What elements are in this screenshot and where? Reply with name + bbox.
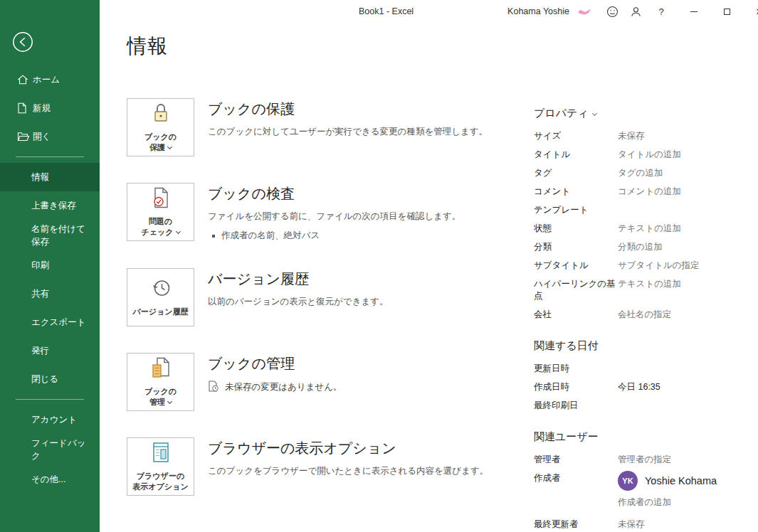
add-title-action[interactable]: タイトルの追加: [618, 149, 681, 161]
close-button[interactable]: ✕: [743, 0, 758, 23]
section-title: ブックの検査: [208, 184, 460, 203]
info-actions-column: ブックの 保護 ブックの保護 このブックに対してユーザーが実行できる変更の種類を…: [127, 98, 534, 532]
sidebar-item-options[interactable]: その他...: [0, 466, 100, 494]
sidebar-item-label: その他...: [31, 473, 66, 486]
section-description: 以前のバージョンの表示と復元ができます。: [208, 296, 389, 308]
add-author-action[interactable]: 作成者の追加: [618, 496, 747, 509]
sidebar-item-label: 共有: [31, 287, 49, 300]
related-dates-heading: 関連する日付: [534, 339, 747, 353]
sidebar-item-export[interactable]: エクスポート: [0, 308, 100, 336]
section-description: このブックをブラウザーで開いたときに表示される内容を選びます。: [208, 465, 488, 477]
sidebar-item-label: 開く: [33, 130, 51, 143]
add-tag-action[interactable]: タグの追加: [618, 167, 663, 179]
browser-view-options-button[interactable]: ブラウザーの 表示オプション: [127, 437, 194, 496]
property-row-size: サイズ 未保存: [534, 130, 747, 142]
date-row-created: 作成日時 今日 16:35: [534, 381, 747, 393]
date-value: 今日 16:35: [618, 381, 660, 393]
sidebar-item-account[interactable]: アカウント: [0, 405, 100, 434]
add-status-action[interactable]: テキストの追加: [618, 223, 681, 235]
sidebar-item-share[interactable]: 共有: [0, 280, 100, 308]
sidebar-item-label: 新規: [33, 102, 51, 115]
maximize-icon: [724, 9, 730, 15]
maximize-button[interactable]: [710, 0, 743, 23]
last-modified-by-value: 未保存: [618, 518, 645, 531]
section-title: ブックの保護: [208, 100, 488, 119]
property-row-subtitle: サブタイトル サブタイトルの指定: [534, 260, 747, 272]
lock-icon: [152, 102, 170, 127]
related-people-heading: 関連ユーザー: [534, 430, 747, 444]
sidebar: ホーム 新規 開く 情報 上書き保存: [0, 0, 100, 532]
minimize-button[interactable]: [678, 0, 710, 23]
version-history-button[interactable]: バージョン履歴: [127, 268, 194, 326]
property-row-template: テンプレート: [534, 204, 747, 216]
date-row-modified: 更新日時: [534, 363, 747, 375]
date-row-last-printed: 最終印刷日: [534, 400, 747, 412]
unsaved-document-icon: [208, 381, 219, 394]
history-clock-icon: [150, 277, 172, 302]
sidebar-item-print[interactable]: 印刷: [0, 251, 100, 280]
page-title: 情報: [127, 33, 747, 60]
add-category-action[interactable]: 分類の追加: [618, 241, 663, 253]
sidebar-item-open[interactable]: 開く: [0, 122, 100, 151]
section-protect-workbook: ブックの 保護 ブックの保護 このブックに対してユーザーが実行できる変更の種類を…: [127, 98, 534, 156]
new-document-icon: [17, 102, 29, 114]
property-row-company: 会社 会社名の指定: [534, 309, 747, 321]
property-row-comments: コメント コメントの追加: [534, 186, 747, 198]
add-hyperlink-base-action[interactable]: テキストの追加: [618, 278, 681, 290]
properties-heading[interactable]: プロパティ: [534, 107, 747, 120]
inspect-finding: 作成者の名前、絶対パス: [212, 230, 460, 242]
properties-pane: プロパティ サイズ 未保存 タイトル タイトルの追加 タグ タグの追加: [534, 98, 747, 532]
section-description: ファイルを公開する前に、ファイルの次の項目を確認します。: [208, 211, 460, 223]
property-row-title: タイトル タイトルの追加: [534, 149, 747, 161]
sidebar-item-publish[interactable]: 発行: [0, 336, 100, 365]
sidebar-item-close[interactable]: 閉じる: [0, 365, 100, 393]
signed-in-user[interactable]: Kohama Yoshie: [507, 6, 569, 16]
sidebar-item-label: ホーム: [33, 73, 60, 86]
check-for-issues-button[interactable]: 問題の チェック: [127, 183, 194, 241]
add-comment-action[interactable]: コメントの追加: [618, 186, 681, 198]
property-row-tags: タグ タグの追加: [534, 167, 747, 179]
section-version-history: バージョン履歴 バージョン履歴 以前のバージョンの表示と復元ができます。: [127, 268, 534, 326]
sidebar-item-label: 閉じる: [31, 373, 58, 385]
manage-workbook-button[interactable]: ブックの 管理: [127, 353, 194, 411]
sidebar-item-feedback[interactable]: フィードバック: [0, 434, 100, 465]
sidebar-item-label: 情報: [31, 171, 49, 183]
set-company-action[interactable]: 会社名の指定: [618, 309, 671, 321]
sidebar-item-home[interactable]: ホーム: [0, 65, 100, 94]
property-row-hyperlink-base: ハイパーリンクの基点 テキストの追加: [534, 278, 747, 302]
sidebar-item-new[interactable]: 新規: [0, 94, 100, 122]
chevron-down-icon: [175, 228, 180, 233]
help-icon[interactable]: ?: [653, 6, 669, 17]
specify-manager-action[interactable]: 管理者の指定: [618, 454, 671, 466]
sidebar-item-save[interactable]: 上書き保存: [0, 191, 100, 220]
protect-workbook-button[interactable]: ブックの 保護: [127, 98, 194, 156]
section-manage-workbook: ブックの 管理 ブックの管理: [127, 353, 534, 411]
document-check-icon: [152, 187, 169, 211]
property-row-status: 状態 テキストの追加: [534, 223, 747, 235]
set-subtitle-action[interactable]: サブタイトルの指定: [618, 260, 700, 272]
button-label: バージョン履歴: [132, 307, 188, 317]
sidebar-divider: [16, 156, 84, 157]
window-title: Book1 - Excel: [359, 0, 414, 23]
unsaved-changes-status: 未保存の変更はありません。: [208, 381, 342, 394]
sidebar-item-info[interactable]: 情報: [0, 163, 100, 191]
author-persona[interactable]: YK Yoshie Kohama: [618, 471, 717, 491]
last-modified-by-row: 最終更新者 未保存: [534, 518, 747, 531]
section-description: このブックに対してユーザーが実行できる変更の種類を管理します。: [208, 126, 488, 138]
home-icon: [17, 74, 29, 85]
chevron-down-icon: [167, 398, 172, 403]
account-person-icon[interactable]: [630, 6, 642, 18]
sidebar-divider: [16, 399, 84, 400]
sidebar-item-label: 発行: [31, 344, 49, 357]
open-folder-icon: [17, 132, 29, 142]
ink-flair-icon: [577, 7, 592, 16]
section-title: ブラウザーの表示オプション: [208, 439, 488, 458]
sidebar-item-label: 名前を付けて保存: [31, 223, 94, 248]
section-inspect-workbook: 問題の チェック ブックの検査 ファイルを公開する前に、ファイルの次の項目を確認…: [127, 183, 534, 242]
back-button[interactable]: [12, 31, 33, 53]
feedback-smiley-icon[interactable]: [606, 6, 618, 18]
sidebar-item-label: 印刷: [31, 259, 49, 272]
author-row: 作成者 YK Yoshie Kohama: [534, 472, 747, 491]
sidebar-item-save-as[interactable]: 名前を付けて保存: [0, 220, 100, 251]
button-label: 問題の チェック: [141, 216, 179, 238]
